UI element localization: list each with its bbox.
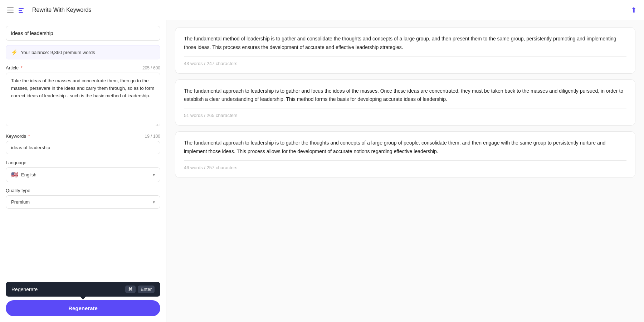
logo [18, 5, 28, 15]
language-select[interactable]: 🇺🇸 English ▾ [6, 167, 160, 182]
result-text-1: The fundamental approach to leadership i… [184, 87, 626, 104]
article-required: * [21, 65, 23, 70]
keywords-input[interactable] [6, 141, 160, 154]
keywords-required: * [28, 133, 30, 139]
quality-label: Quality type [6, 188, 160, 193]
app-title: Rewrite With Keywords [32, 7, 91, 13]
main-layout: ⚡ Your balance: 9,860 premium words Arti… [0, 20, 644, 322]
quality-selected: Premium [11, 199, 30, 205]
result-divider-1 [184, 108, 626, 108]
left-panel-scroll: ⚡ Your balance: 9,860 premium words Arti… [0, 20, 166, 322]
header-left: Rewrite With Keywords [7, 5, 91, 15]
left-panel-bottom: Regenerate ⌘ Enter Regenerate [0, 278, 166, 322]
result-text-0: The fundamental method of leadership is … [184, 35, 626, 52]
regenerate-label: Regenerate [68, 305, 98, 311]
result-meta-2: 46 words / 257 characters [184, 165, 626, 170]
balance-label: Your balance: 9,860 premium words [21, 50, 95, 55]
result-meta-1: 51 words / 265 characters [184, 113, 626, 118]
language-selected: English [21, 172, 36, 177]
cmd-kbd: ⌘ [125, 286, 136, 293]
header-right: ⬆ [631, 6, 637, 14]
result-card-0: The fundamental method of leadership is … [175, 27, 635, 74]
resize-handle: ⊿ [155, 123, 159, 126]
result-divider-2 [184, 160, 626, 161]
language-flag: 🇺🇸 [11, 171, 18, 178]
quality-select[interactable]: Premium ▾ [6, 195, 160, 209]
quality-chevron-icon: ▾ [153, 200, 155, 205]
upload-icon[interactable]: ⬆ [631, 6, 637, 14]
lightning-icon: ⚡ [11, 49, 18, 55]
keywords-counter: 19 / 100 [145, 134, 160, 139]
svg-rect-2 [19, 12, 23, 13]
menu-button[interactable] [7, 8, 14, 13]
tooltip-bar: Regenerate ⌘ Enter [6, 282, 160, 297]
article-counter: 205 / 600 [142, 65, 160, 70]
result-text-2: The fundamental approach to leadership i… [184, 139, 626, 156]
left-panel: ⚡ Your balance: 9,860 premium words Arti… [0, 20, 166, 322]
header: Rewrite With Keywords ⬆ [0, 0, 644, 20]
article-textarea[interactable]: Take the ideas of the masses and concent… [6, 73, 160, 126]
result-divider-0 [184, 56, 626, 57]
tooltip-wrapper: Regenerate ⌘ Enter [6, 282, 160, 297]
keywords-label: Keywords * [6, 133, 30, 139]
quality-wrapper: Quality type Premium ▾ [6, 188, 160, 209]
svg-rect-0 [19, 8, 24, 9]
regenerate-button[interactable]: Regenerate [6, 300, 160, 316]
language-wrapper: Language 🇺🇸 English ▾ [6, 160, 160, 182]
article-label-row: Article * 205 / 600 [6, 65, 160, 70]
right-panel: The fundamental method of leadership is … [166, 20, 644, 322]
article-label: Article * [6, 65, 23, 70]
enter-kbd: Enter [138, 286, 155, 293]
tooltip-arrow [80, 297, 86, 299]
result-card-1: The fundamental approach to leadership i… [175, 79, 635, 126]
keywords-label-row: Keywords * 19 / 100 [6, 133, 160, 139]
svg-rect-1 [19, 10, 22, 11]
quality-select-left: Premium [11, 199, 30, 205]
language-chevron-icon: ▾ [153, 172, 155, 177]
tooltip-label: Regenerate [11, 287, 38, 292]
logo-icon [18, 5, 28, 15]
tooltip-kbd: ⌘ Enter [125, 286, 155, 293]
results-container: The fundamental method of leadership is … [175, 27, 635, 178]
result-meta-0: 43 words / 247 characters [184, 61, 626, 66]
title-input[interactable] [6, 26, 160, 41]
language-select-left: 🇺🇸 English [11, 171, 36, 178]
language-label: Language [6, 160, 160, 165]
article-textarea-wrapper: Take the ideas of the masses and concent… [6, 73, 160, 128]
balance-box: ⚡ Your balance: 9,860 premium words [6, 45, 160, 59]
result-card-2: The fundamental approach to leadership i… [175, 131, 635, 178]
